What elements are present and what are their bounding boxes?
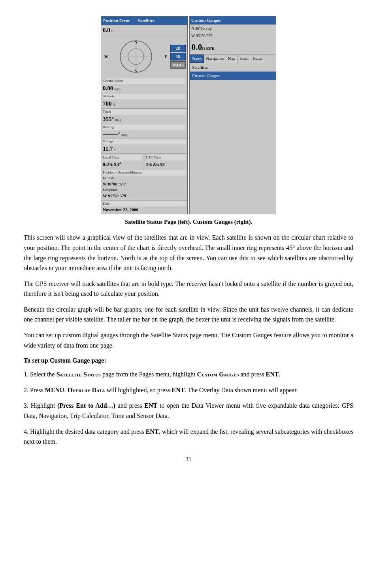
tab-row: Status Navigation Map Sonar Radar [190, 54, 276, 63]
numbered-item-2: 2. Press MENU. Overlay Data will highlig… [24, 385, 353, 395]
time-grid: Local Time 8:25:53A UTC Time 13:25:53 [101, 154, 187, 169]
local-time-label: Local Time [103, 155, 142, 161]
tab-status[interactable]: Status [190, 55, 204, 63]
page-number: 31 [24, 455, 353, 464]
bearing-label: Bearing [103, 125, 186, 130]
voltage-unit: v [114, 147, 116, 151]
epe-unit: ft EPE [202, 46, 215, 51]
altitude-value: 700 [103, 100, 112, 107]
track-label: Track [103, 109, 186, 115]
track-value: 355° [103, 116, 114, 122]
date-cell: Date November 22, 2006 [101, 200, 187, 214]
position-error-unit: ft [111, 29, 114, 33]
numbered-item-4: 4. Highlight the desired data category a… [24, 427, 353, 447]
epe-display: 0.0ft EPE [190, 40, 276, 54]
right-panel: Custom Gauges N 36°16.732' W 95°50.579' … [189, 16, 276, 214]
screenshot-container: Position Error Satellites 0.0 ft N S E W [24, 16, 353, 214]
compass: N S E W [101, 37, 170, 76]
bearing-row: Bearing ———° mag [101, 124, 187, 138]
utc-label: UTC Time [146, 155, 186, 161]
compass-north: N [134, 39, 137, 45]
paragraph-2: The GPS receiver will track satellites t… [24, 279, 353, 299]
position-cell: Position - Degrees/Minutes Latitude N 36… [101, 169, 187, 200]
position-error-row: 0.0 ft [101, 25, 187, 36]
paragraph-3: Beneath the circular graph will be bar g… [24, 304, 353, 325]
position-label: Position - Degrees/Minutes [103, 170, 186, 176]
section-heading: To set up Custom Gauge page: [24, 356, 353, 365]
date-label: Date [103, 201, 186, 207]
epe-value: 0.0 [191, 42, 202, 52]
altitude-row: Altitude 700 ft [101, 93, 187, 109]
voltage-label: Voltage [103, 139, 186, 144]
ent-bold-2: ENT [172, 387, 185, 393]
custom-gauges-bold: Custom Gauges [197, 371, 239, 378]
compass-west: W [104, 54, 108, 60]
local-time-value: 8:25:53A [103, 161, 142, 168]
position-error-label: Position Error [103, 17, 130, 24]
altitude-unit: ft [113, 102, 115, 106]
track-row: Track 355° mag [101, 109, 187, 124]
ent-bold-1: ENT [266, 371, 279, 378]
satellite-status-bold: Satellite Status [57, 371, 101, 378]
tab-navigation[interactable]: Navigation [204, 55, 226, 63]
ground-speed-unit: mph [114, 87, 121, 91]
compass-east: E [164, 54, 167, 60]
latitude-label: Latitude [103, 176, 186, 181]
ground-speed-row: Ground Speed 0.00 mph [101, 78, 187, 93]
mode-3d[interactable]: 3D [170, 53, 186, 61]
utc-time-cell: UTC Time 13:25:53 [144, 154, 187, 169]
caption: Satellite Status Page (left). Custom Gau… [24, 217, 353, 227]
latitude-value: N 36°08.971' [103, 181, 186, 187]
longitude-label: Longitude [103, 187, 186, 193]
numbered-item-3: 3. Highlight (Press Ent to Add…) and pre… [24, 401, 353, 421]
menu-satellites[interactable]: Satellites [190, 63, 276, 72]
bearing-unit: mag [121, 132, 128, 136]
longitude-value: W 95°50.579' [103, 193, 186, 199]
paragraph-1: This screen will show a graphical view o… [24, 233, 353, 273]
paragraph-4: You can set up custom digital gauges thr… [24, 330, 353, 350]
ground-speed-label: Ground Speed [103, 78, 186, 84]
ground-speed-value: 0.00 [103, 85, 113, 91]
utc-time-value: 13:25:53 [146, 161, 186, 168]
altitude-label: Altitude [103, 94, 186, 99]
position-error-value: 0.0 [103, 27, 110, 33]
tab-map[interactable]: Map [226, 55, 238, 63]
tab-radar[interactable]: Radar [251, 55, 265, 63]
ent-bold-4: ENT [146, 428, 159, 435]
ent-bold-3: ENT [144, 402, 157, 409]
left-panel: Position Error Satellites 0.0 ft N S E W [101, 16, 188, 214]
numbered-item-1: 1. Select the Satellite Status page from… [24, 369, 353, 380]
track-unit: mag [115, 118, 121, 122]
compass-south: S [135, 68, 137, 74]
bearing-value: ———° [103, 131, 120, 137]
coord-n: N 36°16.732' [190, 25, 276, 32]
tab-sonar[interactable]: Sonar [238, 55, 251, 63]
mode-buttons: 2D 3D WAAS [170, 45, 186, 69]
mode-waas[interactable]: WAAS [170, 61, 186, 69]
press-ent-bold: (Press Ent to Add…) [57, 402, 115, 409]
right-panel-header: Custom Gauges [190, 16, 276, 25]
satellites-label: Satellites [138, 17, 155, 24]
overlay-data-bold: Overlay Data [68, 387, 105, 393]
coord-w: W 95°50.579' [190, 32, 276, 40]
mode-2d[interactable]: 2D [170, 45, 186, 52]
menu-custom-gauges[interactable]: Custom Gauges [190, 72, 276, 80]
menu-bold: MENU [45, 387, 64, 393]
left-panel-header: Position Error Satellites [101, 16, 188, 25]
date-value: November 22, 2006 [103, 206, 186, 213]
local-time-cell: Local Time 8:25:53A [101, 154, 144, 169]
voltage-value: 11.7 [103, 146, 113, 152]
voltage-row: Voltage 11.7 v [101, 138, 187, 154]
